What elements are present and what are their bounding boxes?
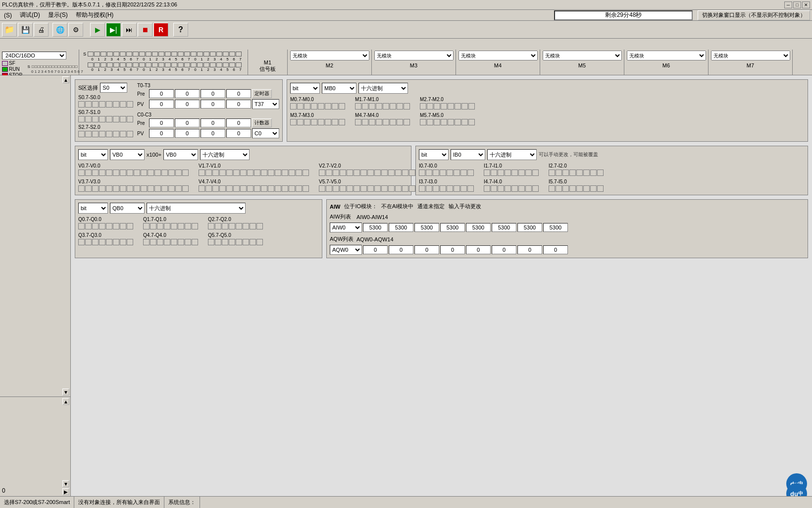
aqw6-input[interactable]	[517, 245, 542, 254]
aiw6-input[interactable]	[517, 223, 542, 232]
top-led-1[interactable]	[88, 52, 94, 56]
c1-pv-input[interactable]	[175, 129, 200, 138]
v-bit-select2[interactable]: VB0	[110, 149, 145, 160]
tool-step-button[interactable]: ▶|	[106, 23, 121, 37]
aiw1-input[interactable]	[389, 223, 413, 232]
i-bit-select3[interactable]: 十六进制	[487, 149, 537, 160]
q-bit-select3[interactable]: 十六进制	[147, 203, 246, 214]
pv-label: PV	[137, 102, 148, 107]
q-col-2: Q1.7-Q1.0 Q4.7-Q4.0	[143, 217, 198, 245]
v-bit-select4[interactable]: VB0	[163, 149, 198, 160]
q-bit-select2[interactable]: QB0	[110, 203, 145, 214]
s0-bits	[78, 101, 133, 108]
t3-pv-input[interactable]	[226, 100, 251, 109]
v1-label: V1.7-V1.0	[199, 163, 309, 169]
status-text-1: 选择S7-200或S7-200Smart	[4, 499, 70, 506]
t0-pre-input[interactable]	[149, 89, 174, 98]
i1-label: I1.7-I1.0	[484, 163, 539, 169]
m2-module-select[interactable]: 无模块	[290, 51, 369, 60]
tool-print-button[interactable]: 🖨	[34, 23, 49, 37]
s-region-select[interactable]: S0S1S2	[100, 83, 127, 93]
aiw3-input[interactable]	[440, 223, 465, 232]
aqw4-input[interactable]	[466, 245, 491, 254]
aqw7-input[interactable]	[543, 245, 568, 254]
tool-r-button[interactable]: R	[153, 23, 168, 37]
m-bit-select2[interactable]: MB0	[322, 83, 356, 94]
m3-module-select[interactable]: 无模块	[374, 51, 454, 60]
v2-label: V2.7-V2.0	[319, 163, 429, 169]
scroll-up-button-2[interactable]: ▲	[62, 398, 69, 405]
i-bit-select1[interactable]: bit	[419, 149, 449, 160]
tool-open-button[interactable]: 📁	[2, 23, 17, 37]
tool-save-button[interactable]: 💾	[18, 23, 33, 37]
menu-file[interactable]: (S)	[2, 11, 14, 20]
bottom-value: 0	[2, 487, 5, 494]
aqw3-input[interactable]	[440, 245, 465, 254]
i-bit-select2[interactable]: IB0	[451, 149, 485, 160]
aqw2-input[interactable]	[414, 245, 439, 254]
aqw1-input[interactable]	[389, 245, 413, 254]
aiw-panel: AIW 位于IO模块： 不在AI模块中 通道未指定 输入手动更改 AIW列表 A…	[326, 199, 808, 258]
menu-debug[interactable]: 调试(D)	[18, 10, 42, 20]
t1-pv-input[interactable]	[175, 100, 200, 109]
c3-pv-input[interactable]	[226, 129, 251, 138]
t0-pv-input[interactable]	[149, 100, 174, 109]
tool-stop-button[interactable]: ⏹	[138, 23, 152, 37]
timer-select[interactable]: T37T38	[252, 99, 279, 109]
q5-label: Q5.7-Q5.0	[208, 232, 263, 238]
module-dropdowns: 无模块 M2 无模块 M3 无模块 M4 无模块 M5 无模块 M6 无模块 M…	[288, 50, 812, 75]
t3-pre-input[interactable]	[226, 89, 251, 98]
menu-help[interactable]: 帮助与授权(H)	[74, 10, 116, 20]
c0-pv-input[interactable]	[149, 129, 174, 138]
m-bit-select1[interactable]: bit	[290, 83, 320, 94]
tool-network-button[interactable]: 🌐	[52, 23, 67, 37]
aiw-select[interactable]: AIW0	[330, 223, 362, 232]
aiw5-input[interactable]	[492, 223, 516, 232]
tool-help-button[interactable]: ?	[173, 23, 188, 37]
aiw-desc2: 不在AI模块中	[381, 203, 413, 210]
close-button[interactable]: ✕	[802, 1, 810, 8]
scroll-down-button-2[interactable]: ▼	[62, 480, 69, 487]
content-area: ▲ ▼ ▲ ▶ ▼ S区选择	[0, 75, 812, 496]
toolbar: 📁 💾 🖨 🌐 ⚙ ▶ ▶| ⏭ ⏹ R ?	[0, 21, 812, 39]
aqw-list-label: AQW列表	[330, 235, 355, 243]
aiw7-input[interactable]	[543, 223, 568, 232]
counter-select[interactable]: C0C1	[252, 128, 279, 138]
menu-display[interactable]: 显示(S)	[46, 10, 70, 20]
aiw-desc4: 输入手动更改	[449, 203, 481, 210]
m5-module-select[interactable]: 无模块	[543, 51, 622, 60]
switch-window-button[interactable]: 切换对象窗口显示（不显示则不控制对象）	[698, 10, 810, 20]
c2-pre-input[interactable]	[201, 118, 225, 127]
scroll-down-button[interactable]: ▼	[62, 389, 69, 395]
aqw-select[interactable]: AQW0	[330, 245, 362, 255]
tool-run-button[interactable]: ▶	[90, 23, 105, 37]
t2-pre-input[interactable]	[201, 89, 225, 98]
v-bit-select5[interactable]: 十六进制	[200, 149, 250, 160]
m-bit-select3[interactable]: 十六进制	[358, 83, 408, 94]
minimize-button[interactable]: ─	[784, 1, 792, 8]
scroll-up-button[interactable]: ▲	[62, 76, 69, 83]
aiw4-input[interactable]	[466, 223, 491, 232]
c1-pre-input[interactable]	[175, 118, 200, 127]
t1-pre-input[interactable]	[175, 89, 200, 98]
c2-pv-input[interactable]	[201, 129, 225, 138]
scroll-right-button[interactable]: ▶	[62, 488, 69, 495]
c3-pre-input[interactable]	[226, 118, 251, 127]
i3-label: I3.7-I3.0	[419, 179, 474, 184]
maximize-button[interactable]: □	[793, 1, 801, 8]
q-bit-select1[interactable]: bit	[78, 203, 108, 214]
m7-module-select[interactable]: 无模块	[711, 51, 790, 60]
c0-pre-input[interactable]	[149, 118, 174, 127]
aqw0-input[interactable]	[363, 245, 388, 254]
aqw5-input[interactable]	[492, 245, 516, 254]
tool-settings-button[interactable]: ⚙	[68, 23, 83, 37]
m4-module-select[interactable]: 无模块	[458, 51, 538, 60]
aiw0-input[interactable]	[363, 223, 388, 232]
v-bit-select1[interactable]: bit	[78, 149, 108, 160]
main-device-select[interactable]: 24DC/16DO	[2, 52, 66, 59]
tool-next-button[interactable]: ⏭	[122, 23, 137, 37]
t2-pv-input[interactable]	[201, 100, 225, 109]
v-col-3: V2.7-V2.0 V5.7-V5.0	[319, 163, 429, 192]
m6-module-select[interactable]: 无模块	[627, 51, 706, 60]
aiw2-input[interactable]	[414, 223, 439, 232]
